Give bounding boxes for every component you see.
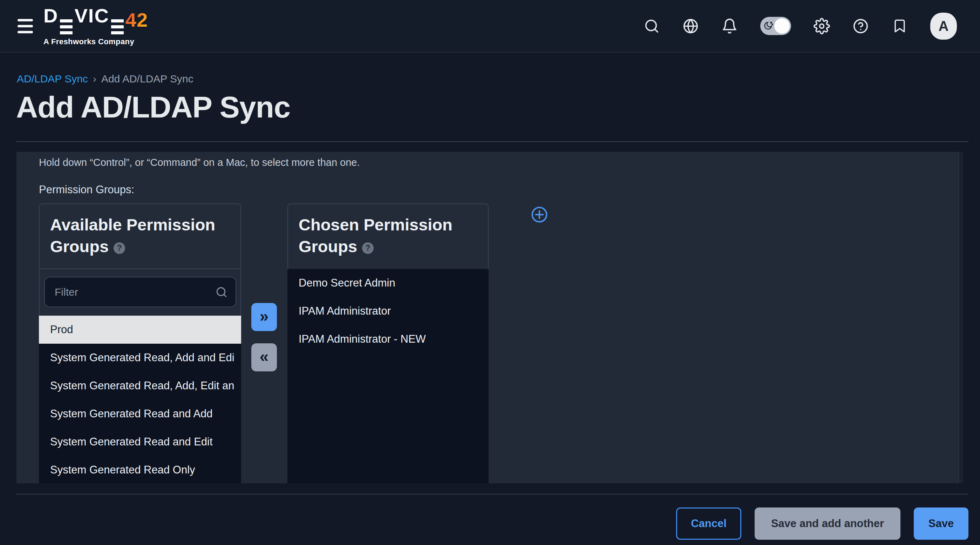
settings-icon[interactable] bbox=[813, 18, 830, 34]
list-option[interactable]: System Generated Read, Add, Edit an bbox=[39, 372, 241, 400]
theme-toggle[interactable] bbox=[760, 17, 791, 35]
available-permission-groups-header: Available Permission Groups? bbox=[40, 204, 240, 269]
save-and-add-another-button[interactable]: Save and add another bbox=[755, 507, 900, 540]
list-option[interactable]: Demo Secret Admin bbox=[287, 269, 488, 297]
top-navbar: DVIC 42 A Freshworks Company bbox=[0, 0, 980, 53]
brand-letter-e-glyph bbox=[60, 19, 73, 34]
question-mark-icon[interactable]: ? bbox=[114, 242, 125, 254]
brand-tagline: A Freshworks Company bbox=[43, 37, 148, 46]
available-options-list[interactable]: ProdSystem Generated Read, Add and EdiSy… bbox=[39, 316, 241, 483]
available-permission-groups-box: Available Permission Groups? bbox=[39, 203, 241, 316]
page: DVIC 42 A Freshworks Company bbox=[0, 0, 980, 545]
brand-wordmark: DVIC 42 bbox=[43, 6, 148, 34]
chosen-title: Chosen Permission Groups bbox=[299, 215, 452, 256]
list-option[interactable]: System Generated Read, Add and Edi bbox=[39, 344, 241, 372]
navbar-icons: A bbox=[644, 13, 957, 40]
filter-section bbox=[40, 269, 240, 315]
chosen-options-list[interactable]: Demo Secret AdminIPAM AdministratorIPAM … bbox=[287, 269, 488, 483]
toggle-knob bbox=[774, 18, 790, 33]
avatar[interactable]: A bbox=[930, 13, 957, 40]
brand-letter: C bbox=[94, 5, 109, 27]
breadcrumb-separator: › bbox=[93, 73, 96, 85]
footer-actions: Cancel Save and add another Save bbox=[676, 507, 969, 540]
top-divider bbox=[16, 141, 969, 142]
list-option[interactable]: System Generated Read and Edit bbox=[39, 428, 241, 456]
list-option[interactable]: System Generated Read Only bbox=[39, 456, 241, 483]
move-right-button[interactable]: » bbox=[251, 303, 277, 331]
circled-plus-icon[interactable] bbox=[531, 206, 548, 223]
breadcrumb: AD/LDAP Sync › Add AD/LDAP Sync bbox=[17, 73, 194, 85]
footer-divider bbox=[16, 494, 969, 494]
chosen-permission-groups-header: Chosen Permission Groups? bbox=[288, 204, 488, 269]
save-button[interactable]: Save bbox=[914, 507, 969, 540]
list-option[interactable]: Prod bbox=[39, 316, 241, 344]
move-left-button[interactable]: « bbox=[251, 343, 277, 371]
form-panel: Hold down “Control”, or “Command” on a M… bbox=[16, 152, 958, 483]
filter-input[interactable] bbox=[44, 277, 236, 307]
brand-text: DVIC bbox=[43, 6, 126, 34]
list-option[interactable]: System Generated Read and Add bbox=[39, 400, 241, 428]
notifications-icon[interactable] bbox=[721, 18, 738, 34]
page-title: Add AD/LDAP Sync bbox=[16, 90, 290, 124]
brand-letter-e-glyph bbox=[111, 19, 124, 34]
bookmark-icon[interactable] bbox=[891, 18, 908, 34]
brand-letter: D bbox=[43, 5, 58, 27]
search-icon bbox=[215, 286, 228, 298]
brand-accent-text: 42 bbox=[126, 10, 148, 30]
breadcrumb-current: Add AD/LDAP Sync bbox=[101, 73, 194, 85]
search-icon[interactable] bbox=[644, 18, 660, 34]
multiselect-hint: Hold down “Control”, or “Command” on a M… bbox=[39, 157, 360, 168]
moon-icon bbox=[763, 20, 773, 31]
chosen-permission-groups-box: Chosen Permission Groups? bbox=[287, 203, 488, 270]
permission-groups-label: Permission Groups: bbox=[39, 183, 134, 196]
question-mark-icon[interactable]: ? bbox=[362, 242, 374, 254]
breadcrumb-link[interactable]: AD/LDAP Sync bbox=[17, 73, 88, 85]
list-option[interactable]: IPAM Administrator bbox=[287, 297, 488, 325]
panel-scrollbar[interactable] bbox=[958, 152, 963, 483]
brand-logo[interactable]: DVIC 42 A Freshworks Company bbox=[43, 6, 148, 46]
help-icon[interactable] bbox=[853, 18, 869, 34]
filter-field bbox=[44, 277, 236, 307]
cancel-button[interactable]: Cancel bbox=[676, 507, 741, 540]
menu-icon[interactable] bbox=[18, 19, 33, 33]
brand-letter: V bbox=[74, 5, 88, 27]
brand-letter: I bbox=[88, 5, 95, 27]
globe-icon[interactable] bbox=[682, 18, 699, 34]
list-option[interactable]: IPAM Administrator - NEW bbox=[287, 325, 488, 353]
available-title: Available Permission Groups bbox=[50, 215, 215, 256]
